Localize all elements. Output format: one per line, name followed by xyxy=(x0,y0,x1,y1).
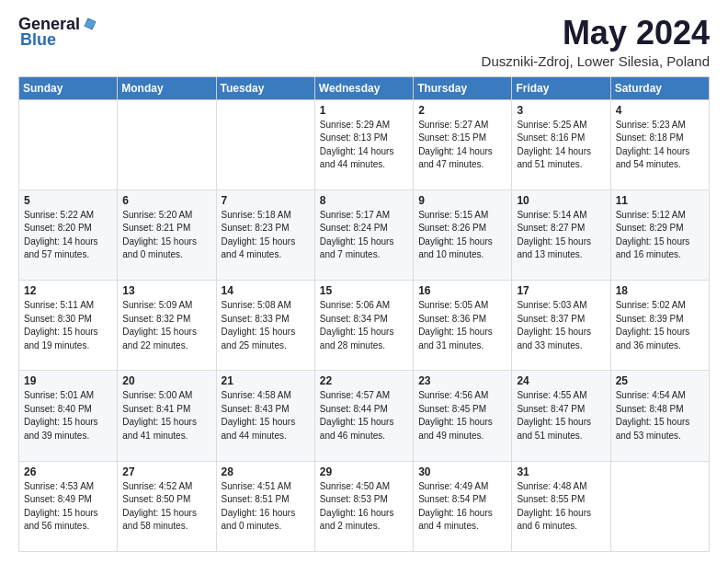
calendar-cell: 23Sunrise: 4:56 AM Sunset: 8:45 PM Dayli… xyxy=(414,371,512,461)
day-info: Sunrise: 5:17 AM Sunset: 8:24 PM Dayligh… xyxy=(320,209,408,262)
day-info: Sunrise: 4:56 AM Sunset: 8:45 PM Dayligh… xyxy=(418,389,506,442)
day-info: Sunrise: 4:52 AM Sunset: 8:50 PM Dayligh… xyxy=(122,480,210,534)
day-info: Sunrise: 4:54 AM Sunset: 8:48 PM Dayligh… xyxy=(616,389,704,442)
calendar-cell xyxy=(19,99,118,190)
day-number: 30 xyxy=(418,465,506,478)
day-number: 2 xyxy=(418,104,506,117)
calendar-cell: 5Sunrise: 5:22 AM Sunset: 8:20 PM Daylig… xyxy=(19,190,118,280)
day-number: 17 xyxy=(517,284,605,297)
calendar-cell: 14Sunrise: 5:08 AM Sunset: 8:33 PM Dayli… xyxy=(216,281,314,371)
day-info: Sunrise: 4:48 AM Sunset: 8:55 PM Dayligh… xyxy=(517,480,605,534)
day-number: 23 xyxy=(418,374,506,387)
calendar-cell: 2Sunrise: 5:27 AM Sunset: 8:15 PM Daylig… xyxy=(414,99,512,190)
calendar-table: SundayMondayTuesdayWednesdayThursdayFrid… xyxy=(18,76,710,552)
day-info: Sunrise: 5:22 AM Sunset: 8:20 PM Dayligh… xyxy=(24,209,112,262)
day-info: Sunrise: 5:20 AM Sunset: 8:21 PM Dayligh… xyxy=(122,209,210,262)
calendar-cell: 15Sunrise: 5:06 AM Sunset: 8:34 PM Dayli… xyxy=(314,281,413,371)
calendar-cell: 7Sunrise: 5:18 AM Sunset: 8:23 PM Daylig… xyxy=(216,190,314,280)
calendar-cell: 16Sunrise: 5:05 AM Sunset: 8:36 PM Dayli… xyxy=(414,281,512,371)
col-header-monday: Monday xyxy=(118,76,216,99)
day-number: 31 xyxy=(517,465,605,478)
calendar-cell: 28Sunrise: 4:51 AM Sunset: 8:51 PM Dayli… xyxy=(216,461,314,551)
month-title: May 2024 xyxy=(482,15,710,52)
day-number: 16 xyxy=(418,284,506,297)
col-header-thursday: Thursday xyxy=(414,76,512,99)
day-number: 7 xyxy=(222,194,310,207)
calendar-cell: 31Sunrise: 4:48 AM Sunset: 8:55 PM Dayli… xyxy=(512,461,610,551)
day-info: Sunrise: 4:57 AM Sunset: 8:44 PM Dayligh… xyxy=(320,389,408,442)
day-info: Sunrise: 5:06 AM Sunset: 8:34 PM Dayligh… xyxy=(320,299,408,352)
day-number: 1 xyxy=(320,104,408,117)
day-info: Sunrise: 4:53 AM Sunset: 8:49 PM Dayligh… xyxy=(24,480,112,534)
day-number: 29 xyxy=(320,465,408,478)
logo: General Blue xyxy=(18,15,98,50)
day-number: 4 xyxy=(616,104,704,117)
calendar-cell: 17Sunrise: 5:03 AM Sunset: 8:37 PM Dayli… xyxy=(512,281,610,371)
calendar-week-row: 26Sunrise: 4:53 AM Sunset: 8:49 PM Dayli… xyxy=(19,461,710,551)
calendar-cell: 19Sunrise: 5:01 AM Sunset: 8:40 PM Dayli… xyxy=(19,371,118,461)
day-info: Sunrise: 5:15 AM Sunset: 8:26 PM Dayligh… xyxy=(418,209,506,262)
day-number: 18 xyxy=(616,284,704,297)
calendar-cell: 22Sunrise: 4:57 AM Sunset: 8:44 PM Dayli… xyxy=(314,371,413,461)
calendar-cell: 18Sunrise: 5:02 AM Sunset: 8:39 PM Dayli… xyxy=(610,281,709,371)
col-header-friday: Friday xyxy=(512,76,610,99)
calendar-week-row: 19Sunrise: 5:01 AM Sunset: 8:40 PM Dayli… xyxy=(19,371,710,461)
day-number: 25 xyxy=(616,374,704,387)
calendar-cell xyxy=(118,99,216,190)
day-number: 13 xyxy=(122,284,210,297)
calendar-week-row: 12Sunrise: 5:11 AM Sunset: 8:30 PM Dayli… xyxy=(19,281,710,371)
day-number: 15 xyxy=(320,284,408,297)
day-number: 19 xyxy=(24,374,112,387)
col-header-wednesday: Wednesday xyxy=(314,76,413,99)
day-info: Sunrise: 4:55 AM Sunset: 8:47 PM Dayligh… xyxy=(517,389,605,442)
calendar-cell: 9Sunrise: 5:15 AM Sunset: 8:26 PM Daylig… xyxy=(414,190,512,280)
calendar-cell: 26Sunrise: 4:53 AM Sunset: 8:49 PM Dayli… xyxy=(19,461,118,551)
calendar-cell: 30Sunrise: 4:49 AM Sunset: 8:54 PM Dayli… xyxy=(414,461,512,551)
calendar-cell: 12Sunrise: 5:11 AM Sunset: 8:30 PM Dayli… xyxy=(19,281,118,371)
day-number: 28 xyxy=(222,465,310,478)
day-info: Sunrise: 5:27 AM Sunset: 8:15 PM Dayligh… xyxy=(418,119,506,172)
day-info: Sunrise: 5:23 AM Sunset: 8:18 PM Dayligh… xyxy=(616,119,704,172)
day-info: Sunrise: 4:50 AM Sunset: 8:53 PM Dayligh… xyxy=(320,480,408,534)
day-info: Sunrise: 5:14 AM Sunset: 8:27 PM Dayligh… xyxy=(517,209,605,262)
day-info: Sunrise: 5:11 AM Sunset: 8:30 PM Dayligh… xyxy=(24,299,112,352)
day-number: 21 xyxy=(222,374,310,387)
calendar-cell xyxy=(610,461,709,551)
calendar-week-row: 1Sunrise: 5:29 AM Sunset: 8:13 PM Daylig… xyxy=(19,99,710,190)
day-info: Sunrise: 5:09 AM Sunset: 8:32 PM Dayligh… xyxy=(122,299,210,352)
day-number: 12 xyxy=(24,284,112,297)
day-info: Sunrise: 5:01 AM Sunset: 8:40 PM Dayligh… xyxy=(24,389,112,442)
day-number: 6 xyxy=(122,194,210,207)
calendar-cell: 10Sunrise: 5:14 AM Sunset: 8:27 PM Dayli… xyxy=(512,190,610,280)
calendar-cell: 29Sunrise: 4:50 AM Sunset: 8:53 PM Dayli… xyxy=(314,461,413,551)
day-info: Sunrise: 5:25 AM Sunset: 8:16 PM Dayligh… xyxy=(517,119,605,172)
day-number: 9 xyxy=(418,194,506,207)
calendar-cell: 27Sunrise: 4:52 AM Sunset: 8:50 PM Dayli… xyxy=(118,461,216,551)
calendar-cell: 20Sunrise: 5:00 AM Sunset: 8:41 PM Dayli… xyxy=(118,371,216,461)
day-info: Sunrise: 5:08 AM Sunset: 8:33 PM Dayligh… xyxy=(222,299,310,352)
day-info: Sunrise: 5:00 AM Sunset: 8:41 PM Dayligh… xyxy=(122,389,210,442)
day-number: 3 xyxy=(517,104,605,117)
day-info: Sunrise: 4:58 AM Sunset: 8:43 PM Dayligh… xyxy=(222,389,310,442)
calendar-cell: 3Sunrise: 5:25 AM Sunset: 8:16 PM Daylig… xyxy=(512,99,610,190)
day-info: Sunrise: 4:51 AM Sunset: 8:51 PM Dayligh… xyxy=(222,480,310,534)
calendar-header-row: SundayMondayTuesdayWednesdayThursdayFrid… xyxy=(19,76,710,99)
col-header-sunday: Sunday xyxy=(19,76,118,99)
col-header-saturday: Saturday xyxy=(610,76,709,99)
day-info: Sunrise: 5:29 AM Sunset: 8:13 PM Dayligh… xyxy=(320,119,408,172)
day-info: Sunrise: 5:18 AM Sunset: 8:23 PM Dayligh… xyxy=(222,209,310,262)
calendar-cell: 25Sunrise: 4:54 AM Sunset: 8:48 PM Dayli… xyxy=(610,371,709,461)
day-number: 20 xyxy=(122,374,210,387)
day-number: 8 xyxy=(320,194,408,207)
calendar-cell: 11Sunrise: 5:12 AM Sunset: 8:29 PM Dayli… xyxy=(610,190,709,280)
day-info: Sunrise: 5:05 AM Sunset: 8:36 PM Dayligh… xyxy=(418,299,506,352)
col-header-tuesday: Tuesday xyxy=(216,76,314,99)
calendar-cell: 6Sunrise: 5:20 AM Sunset: 8:21 PM Daylig… xyxy=(118,190,216,280)
calendar-cell: 1Sunrise: 5:29 AM Sunset: 8:13 PM Daylig… xyxy=(314,99,413,190)
calendar-cell: 21Sunrise: 4:58 AM Sunset: 8:43 PM Dayli… xyxy=(216,371,314,461)
day-number: 10 xyxy=(517,194,605,207)
calendar-cell: 13Sunrise: 5:09 AM Sunset: 8:32 PM Dayli… xyxy=(118,281,216,371)
day-number: 26 xyxy=(24,465,112,478)
calendar-cell xyxy=(216,99,314,190)
day-info: Sunrise: 5:12 AM Sunset: 8:29 PM Dayligh… xyxy=(616,209,704,262)
